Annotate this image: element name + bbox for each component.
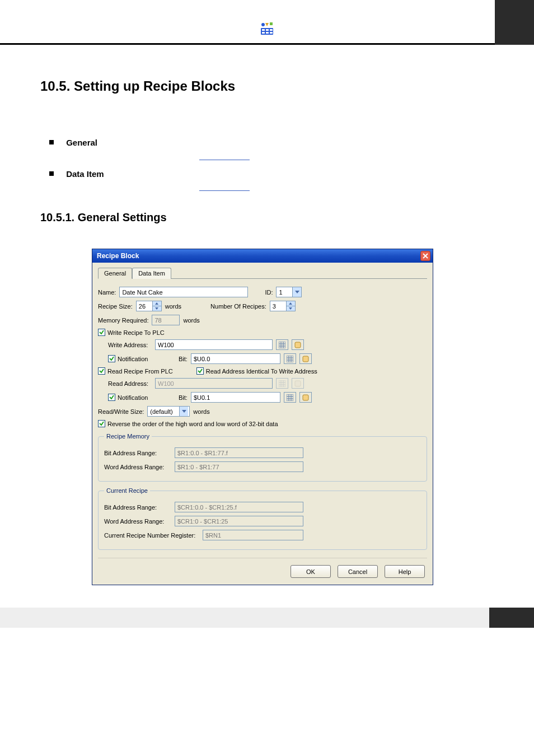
chevron-down-icon[interactable] xyxy=(179,407,188,416)
grid-icon[interactable] xyxy=(284,353,296,364)
page-footer xyxy=(0,608,534,628)
tag-icon xyxy=(292,378,304,389)
svg-point-7 xyxy=(261,23,265,26)
current-recipe-legend: Current Recipe xyxy=(104,487,150,494)
svg-rect-11 xyxy=(287,356,293,362)
ok-button[interactable]: OK xyxy=(291,565,331,578)
id-label: ID: xyxy=(265,289,273,296)
svg-rect-10 xyxy=(295,342,301,348)
name-label: Name: xyxy=(98,289,116,296)
rw-size-combo[interactable] xyxy=(147,406,190,417)
svg-rect-8 xyxy=(270,22,273,25)
spin-up-icon[interactable] xyxy=(152,301,161,306)
cr-bit-label: Bit Address Range: xyxy=(104,504,171,511)
cancel-button[interactable]: Cancel xyxy=(338,565,378,578)
write-recipe-checkbox[interactable]: Write Recipe To PLC xyxy=(98,329,165,336)
num-recipes-label: Number Of Recipes: xyxy=(210,303,266,310)
svg-rect-16 xyxy=(303,395,308,400)
intro-paragraph: You can set up the Recipe Block dialog b… xyxy=(40,104,494,114)
section-title: 10.5. Setting up Recipe Blocks xyxy=(40,78,494,94)
page-header xyxy=(0,0,534,45)
read-notification-checkbox[interactable]: Notification xyxy=(108,394,175,401)
write-address-input[interactable] xyxy=(155,339,273,350)
memory-required-label: Memory Required: xyxy=(98,317,148,324)
name-input[interactable] xyxy=(119,287,248,297)
svg-rect-2 xyxy=(266,29,269,31)
link-underline xyxy=(199,190,250,191)
recipe-size-unit: words xyxy=(165,303,181,310)
cr-word-value xyxy=(175,516,303,526)
rw-size-input[interactable] xyxy=(148,407,179,416)
grid-icon[interactable] xyxy=(284,392,296,403)
footer-accent xyxy=(489,608,534,628)
link-underline xyxy=(199,160,250,160)
chevron-down-icon[interactable] xyxy=(292,287,301,297)
recipe-size-label: Recipe Size: xyxy=(98,303,133,310)
close-button[interactable] xyxy=(420,251,430,261)
id-combo[interactable] xyxy=(276,287,302,297)
current-recipe-group: Current Recipe Bit Address Range: Word A… xyxy=(98,487,427,550)
tag-icon[interactable] xyxy=(299,353,312,364)
svg-rect-5 xyxy=(266,32,269,34)
write-address-label: Write Address: xyxy=(108,342,152,348)
spin-down-icon[interactable] xyxy=(286,306,295,311)
read-address-input xyxy=(155,378,273,389)
dialog-title: Recipe Block xyxy=(97,252,139,260)
dialog-titlebar: Recipe Block xyxy=(92,249,433,263)
tab-data-item[interactable]: Data Item xyxy=(132,268,171,279)
recipe-size-spinner[interactable] xyxy=(136,301,162,311)
cr-reg-label: Current Recipe Number Register: xyxy=(104,532,199,539)
memory-required-value xyxy=(152,315,180,325)
svg-rect-12 xyxy=(303,356,308,362)
grid-icon[interactable] xyxy=(276,339,288,350)
read-address-label: Read Address: xyxy=(108,380,152,387)
rw-size-unit: words xyxy=(193,408,209,415)
read-recipe-checkbox[interactable]: Read Recipe From PLC xyxy=(98,367,173,375)
id-input[interactable] xyxy=(277,287,292,297)
write-notification-checkbox[interactable]: Notification xyxy=(108,355,175,362)
write-bit-input[interactable] xyxy=(191,353,280,364)
memory-required-unit: words xyxy=(183,317,199,324)
subsection-title: 10.5.1. General Settings xyxy=(40,211,494,224)
cr-bit-value xyxy=(175,502,303,512)
read-bit-label: Bit: xyxy=(179,394,188,401)
svg-rect-14 xyxy=(295,381,301,386)
spin-down-icon[interactable] xyxy=(152,306,161,311)
rm-word-label: Word Address Range: xyxy=(104,464,171,470)
header-accent xyxy=(495,0,534,45)
rm-bit-value xyxy=(175,447,303,458)
svg-rect-3 xyxy=(270,29,273,31)
recipe-memory-legend: Recipe Memory xyxy=(104,433,152,440)
recipe-size-input[interactable] xyxy=(137,301,152,311)
tab-general[interactable]: General xyxy=(98,268,132,279)
svg-rect-15 xyxy=(287,394,293,401)
rm-bit-label: Bit Address Range: xyxy=(104,450,171,456)
num-recipes-input[interactable] xyxy=(270,301,286,311)
bullet-icon xyxy=(49,140,54,144)
svg-rect-1 xyxy=(262,29,265,31)
svg-rect-6 xyxy=(270,32,273,34)
write-bit-label: Bit: xyxy=(179,356,188,362)
reverse-order-checkbox[interactable]: Reverse the order of the high word and l… xyxy=(98,420,278,427)
grid-icon xyxy=(276,378,288,389)
tab-name-data-item: Data Item xyxy=(66,169,104,178)
tab-name-general: General xyxy=(66,138,97,147)
svg-rect-0 xyxy=(261,28,273,35)
svg-rect-4 xyxy=(262,32,265,34)
bullet-icon xyxy=(49,171,54,176)
tab-description-list: General Described in Section 10.5.1. Dat… xyxy=(40,137,494,191)
read-bit-input[interactable] xyxy=(191,392,280,403)
read-identical-checkbox[interactable]: Read Address Identical To Write Address xyxy=(196,367,317,375)
svg-rect-9 xyxy=(279,342,285,348)
recipe-memory-group: Recipe Memory Bit Address Range: Word Ad… xyxy=(98,433,427,482)
tag-icon[interactable] xyxy=(292,339,304,350)
tag-icon[interactable] xyxy=(299,392,312,403)
spin-up-icon[interactable] xyxy=(286,301,295,306)
help-button[interactable]: Help xyxy=(385,565,425,578)
rw-size-label: Read/Write Size: xyxy=(98,408,144,415)
cr-reg-value xyxy=(203,530,303,540)
svg-rect-13 xyxy=(279,380,285,387)
recipe-block-dialog: Recipe Block General Data Item Name: ID: xyxy=(92,249,433,585)
app-icon xyxy=(260,21,274,38)
num-recipes-spinner[interactable] xyxy=(270,301,296,311)
